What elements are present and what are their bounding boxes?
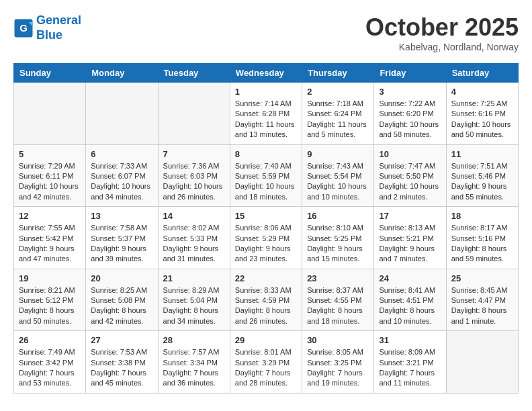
- calendar-cell: 20Sunrise: 8:25 AM Sunset: 5:08 PM Dayli…: [86, 269, 158, 331]
- day-info: Sunrise: 8:17 AM Sunset: 5:16 PM Dayligh…: [451, 223, 513, 265]
- calendar-week-row: 1Sunrise: 7:14 AM Sunset: 6:28 PM Daylig…: [14, 83, 519, 145]
- logo-icon: G: [13, 18, 34, 38]
- day-info: Sunrise: 7:49 AM Sunset: 3:42 PM Dayligh…: [19, 347, 81, 389]
- day-number: 8: [235, 149, 297, 159]
- calendar-week-row: 12Sunrise: 7:55 AM Sunset: 5:42 PM Dayli…: [14, 207, 519, 269]
- day-info: Sunrise: 7:57 AM Sunset: 3:34 PM Dayligh…: [163, 347, 225, 389]
- calendar-cell: 8Sunrise: 7:40 AM Sunset: 5:59 PM Daylig…: [230, 144, 302, 207]
- calendar-cell: 13Sunrise: 7:58 AM Sunset: 5:37 PM Dayli…: [86, 207, 158, 269]
- day-info: Sunrise: 8:21 AM Sunset: 5:12 PM Dayligh…: [19, 285, 81, 327]
- calendar-cell: 30Sunrise: 8:05 AM Sunset: 3:25 PM Dayli…: [302, 331, 374, 394]
- calendar-cell: 10Sunrise: 7:47 AM Sunset: 5:50 PM Dayli…: [374, 144, 446, 207]
- weekday-header-tuesday: Tuesday: [158, 64, 230, 83]
- calendar-cell: [86, 83, 158, 145]
- page-header: G General Blue October 2025 Kabelvag, No…: [13, 13, 519, 52]
- calendar-cell: 14Sunrise: 8:02 AM Sunset: 5:33 PM Dayli…: [158, 207, 230, 269]
- day-info: Sunrise: 8:37 AM Sunset: 4:55 PM Dayligh…: [307, 285, 369, 327]
- day-number: 6: [91, 149, 152, 159]
- day-number: 27: [91, 335, 152, 345]
- day-number: 23: [307, 273, 369, 283]
- day-info: Sunrise: 8:05 AM Sunset: 3:25 PM Dayligh…: [307, 347, 369, 389]
- calendar-cell: 9Sunrise: 7:43 AM Sunset: 5:54 PM Daylig…: [302, 144, 374, 207]
- day-number: 7: [163, 149, 225, 159]
- day-number: 19: [19, 273, 81, 283]
- calendar-cell: 19Sunrise: 8:21 AM Sunset: 5:12 PM Dayli…: [14, 269, 86, 331]
- day-number: 24: [379, 273, 441, 283]
- calendar-week-row: 26Sunrise: 7:49 AM Sunset: 3:42 PM Dayli…: [14, 331, 519, 394]
- calendar-cell: 24Sunrise: 8:41 AM Sunset: 4:51 PM Dayli…: [374, 269, 446, 331]
- day-number: 1: [235, 87, 297, 97]
- day-info: Sunrise: 7:18 AM Sunset: 6:24 PM Dayligh…: [307, 99, 369, 140]
- logo: G General Blue: [13, 13, 81, 42]
- day-number: 16: [307, 211, 369, 221]
- day-info: Sunrise: 8:29 AM Sunset: 5:04 PM Dayligh…: [163, 285, 225, 327]
- calendar-cell: 5Sunrise: 7:29 AM Sunset: 6:11 PM Daylig…: [14, 144, 86, 207]
- day-number: 29: [235, 335, 297, 345]
- calendar-cell: 6Sunrise: 7:33 AM Sunset: 6:07 PM Daylig…: [86, 144, 158, 207]
- calendar-cell: 23Sunrise: 8:37 AM Sunset: 4:55 PM Dayli…: [302, 269, 374, 331]
- logo-text: General Blue: [36, 13, 81, 42]
- day-number: 22: [235, 273, 297, 283]
- day-number: 28: [163, 335, 225, 345]
- logo-line2: Blue: [36, 28, 62, 42]
- day-number: 11: [451, 149, 513, 159]
- day-number: 15: [235, 211, 297, 221]
- day-number: 17: [379, 211, 441, 221]
- day-number: 12: [19, 211, 81, 221]
- day-info: Sunrise: 8:25 AM Sunset: 5:08 PM Dayligh…: [91, 285, 152, 327]
- day-number: 9: [307, 149, 369, 159]
- day-info: Sunrise: 7:33 AM Sunset: 6:07 PM Dayligh…: [91, 161, 152, 203]
- calendar-cell: 25Sunrise: 8:45 AM Sunset: 4:47 PM Dayli…: [446, 269, 518, 331]
- calendar-cell: 17Sunrise: 8:13 AM Sunset: 5:21 PM Dayli…: [374, 207, 446, 269]
- calendar-cell: 21Sunrise: 8:29 AM Sunset: 5:04 PM Dayli…: [158, 269, 230, 331]
- calendar-week-row: 5Sunrise: 7:29 AM Sunset: 6:11 PM Daylig…: [14, 144, 519, 207]
- day-info: Sunrise: 7:22 AM Sunset: 6:20 PM Dayligh…: [379, 99, 441, 140]
- day-info: Sunrise: 7:58 AM Sunset: 5:37 PM Dayligh…: [91, 223, 152, 265]
- day-number: 31: [379, 335, 441, 345]
- day-info: Sunrise: 7:40 AM Sunset: 5:59 PM Dayligh…: [235, 161, 297, 203]
- month-title: October 2025: [365, 13, 519, 42]
- calendar-cell: 12Sunrise: 7:55 AM Sunset: 5:42 PM Dayli…: [14, 207, 86, 269]
- calendar-cell: [158, 83, 230, 145]
- day-number: 3: [379, 87, 441, 97]
- calendar-cell: 1Sunrise: 7:14 AM Sunset: 6:28 PM Daylig…: [230, 83, 302, 145]
- calendar-cell: 31Sunrise: 8:09 AM Sunset: 3:21 PM Dayli…: [374, 331, 446, 394]
- calendar-cell: 11Sunrise: 7:51 AM Sunset: 5:46 PM Dayli…: [446, 144, 518, 207]
- weekday-header-row: SundayMondayTuesdayWednesdayThursdayFrid…: [14, 64, 519, 83]
- title-block: October 2025 Kabelvag, Nordland, Norway: [365, 13, 519, 52]
- day-number: 26: [19, 335, 81, 345]
- day-info: Sunrise: 8:01 AM Sunset: 3:29 PM Dayligh…: [235, 347, 297, 389]
- day-number: 18: [451, 211, 513, 221]
- day-info: Sunrise: 8:33 AM Sunset: 4:59 PM Dayligh…: [235, 285, 297, 327]
- day-info: Sunrise: 7:43 AM Sunset: 5:54 PM Dayligh…: [307, 161, 369, 203]
- day-info: Sunrise: 7:51 AM Sunset: 5:46 PM Dayligh…: [451, 161, 513, 203]
- calendar-cell: 4Sunrise: 7:25 AM Sunset: 6:16 PM Daylig…: [446, 83, 518, 145]
- day-info: Sunrise: 8:45 AM Sunset: 4:47 PM Dayligh…: [451, 285, 513, 327]
- day-number: 30: [307, 335, 369, 345]
- svg-text:G: G: [19, 21, 28, 33]
- day-info: Sunrise: 8:09 AM Sunset: 3:21 PM Dayligh…: [379, 347, 441, 389]
- day-info: Sunrise: 8:10 AM Sunset: 5:25 PM Dayligh…: [307, 223, 369, 265]
- logo-line1: General: [36, 13, 81, 27]
- calendar-cell: 15Sunrise: 8:06 AM Sunset: 5:29 PM Dayli…: [230, 207, 302, 269]
- day-info: Sunrise: 7:47 AM Sunset: 5:50 PM Dayligh…: [379, 161, 441, 203]
- weekday-header-saturday: Saturday: [446, 64, 518, 83]
- calendar-cell: 18Sunrise: 8:17 AM Sunset: 5:16 PM Dayli…: [446, 207, 518, 269]
- day-info: Sunrise: 8:13 AM Sunset: 5:21 PM Dayligh…: [379, 223, 441, 265]
- day-info: Sunrise: 8:06 AM Sunset: 5:29 PM Dayligh…: [235, 223, 297, 265]
- calendar-week-row: 19Sunrise: 8:21 AM Sunset: 5:12 PM Dayli…: [14, 269, 519, 331]
- day-number: 2: [307, 87, 369, 97]
- weekday-header-monday: Monday: [86, 64, 158, 83]
- calendar-cell: 7Sunrise: 7:36 AM Sunset: 6:03 PM Daylig…: [158, 144, 230, 207]
- day-number: 13: [91, 211, 152, 221]
- calendar-cell: 26Sunrise: 7:49 AM Sunset: 3:42 PM Dayli…: [14, 331, 86, 394]
- calendar-cell: [14, 83, 86, 145]
- day-number: 21: [163, 273, 225, 283]
- calendar-cell: 27Sunrise: 7:53 AM Sunset: 3:38 PM Dayli…: [86, 331, 158, 394]
- weekday-header-friday: Friday: [374, 64, 446, 83]
- day-info: Sunrise: 7:25 AM Sunset: 6:16 PM Dayligh…: [451, 99, 513, 140]
- day-info: Sunrise: 7:36 AM Sunset: 6:03 PM Dayligh…: [163, 161, 225, 203]
- calendar-cell: 28Sunrise: 7:57 AM Sunset: 3:34 PM Dayli…: [158, 331, 230, 394]
- weekday-header-sunday: Sunday: [14, 64, 86, 83]
- calendar-cell: 2Sunrise: 7:18 AM Sunset: 6:24 PM Daylig…: [302, 83, 374, 145]
